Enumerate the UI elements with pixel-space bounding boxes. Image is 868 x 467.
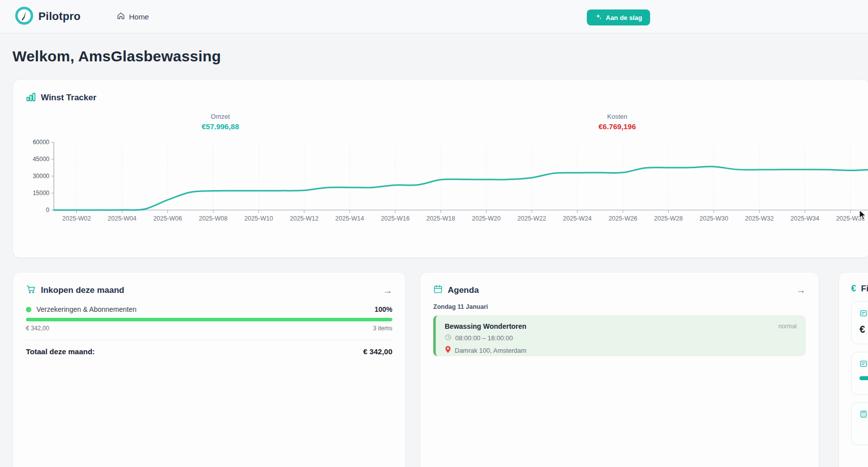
agenda-arrow-icon[interactable]: → [796, 285, 806, 295]
inkopen-title: Inkopen deze maand [41, 285, 124, 295]
svg-text:2025-W22: 2025-W22 [518, 215, 546, 222]
nav-home[interactable]: Home [117, 11, 149, 21]
omzet-label: Omzet [166, 113, 275, 120]
svg-text:2025-W02: 2025-W02 [62, 215, 91, 222]
inkopen-item-amount: € 342,00 [26, 325, 49, 332]
svg-text:2025-W06: 2025-W06 [153, 215, 182, 222]
euro-icon: € [851, 283, 856, 294]
svg-text:2025-W26: 2025-W26 [608, 215, 637, 222]
financien-subcard-2-progress [860, 376, 868, 380]
event-title: Bewassing Wondertoren [445, 322, 526, 330]
svg-text:2025-W12: 2025-W12 [290, 215, 319, 222]
app-header: Pilotpro Home Aan de slag [0, 0, 868, 33]
svg-text:2025-W32: 2025-W32 [745, 215, 774, 222]
inkopen-progress-track [26, 318, 392, 321]
home-icon [117, 11, 125, 21]
svg-text:30000: 30000 [33, 173, 50, 180]
svg-text:2025-W10: 2025-W10 [244, 215, 273, 222]
page-title: Welkom, AmsGlasbewassing [12, 48, 221, 65]
event-time: 08:00:00 – 16:00:00 [455, 334, 513, 342]
svg-text:2025-W14: 2025-W14 [336, 215, 364, 222]
divider [26, 340, 392, 340]
financien-subcard-2[interactable]: Bet [851, 352, 868, 395]
svg-text:60000: 60000 [33, 139, 50, 146]
calendar-icon [433, 284, 443, 296]
brand-name: Pilotpro [38, 10, 81, 23]
svg-text:45000: 45000 [33, 156, 50, 163]
svg-text:2025-W28: 2025-W28 [654, 215, 683, 222]
inkopen-card: Inkopen deze maand → Verzekeringen & Abo… [12, 272, 406, 467]
svg-text:2025-W18: 2025-W18 [426, 215, 455, 222]
agenda-card: Agenda → Zondag 11 Januari Bewassing Won… [420, 272, 819, 467]
inkopen-item-count: 3 items [373, 325, 392, 332]
financien-title: Fina [861, 284, 868, 294]
note-icon [860, 309, 868, 319]
financien-subcard-3[interactable]: Ne [851, 402, 868, 445]
svg-text:0: 0 [46, 207, 49, 214]
svg-text:2025-W08: 2025-W08 [199, 215, 228, 222]
bar-chart-icon [26, 92, 36, 104]
svg-text:2025-W16: 2025-W16 [381, 215, 410, 222]
aan-de-slag-button[interactable]: Aan de slag [587, 9, 650, 25]
aan-de-slag-label: Aan de slag [606, 14, 642, 21]
card-icon [860, 360, 868, 369]
winst-line-chart[interactable]: 2025-W022025-W042025-W062025-W082025-W10… [13, 130, 868, 237]
financien-subcard-1[interactable]: Op € 19. [851, 301, 868, 344]
inkopen-total-label: Totaal deze maand: [26, 347, 95, 356]
svg-text:2025-W20: 2025-W20 [472, 215, 501, 222]
mouse-cursor [859, 210, 868, 223]
svg-text:2025-W24: 2025-W24 [563, 215, 592, 222]
svg-text:2025-W34: 2025-W34 [791, 215, 820, 222]
omzet-stat: Omzet €57.996,88 [166, 113, 275, 131]
category-dot-icon [26, 307, 31, 312]
sparkles-icon [595, 13, 602, 22]
svg-text:15000: 15000 [33, 190, 50, 197]
agenda-title: Agenda [448, 285, 479, 295]
brand[interactable]: Pilotpro [15, 6, 81, 27]
financien-card: € Fina Op € 19. Bet [839, 272, 868, 467]
nav-home-label: Home [129, 12, 149, 21]
winst-tracker-title: Winst Tracker [41, 93, 96, 103]
inkopen-progress-fill [26, 318, 392, 321]
inkopen-item-name: Verzekeringen & Abonnementen [36, 305, 137, 313]
calculator-icon [860, 410, 868, 420]
svg-text:2025-W30: 2025-W30 [699, 215, 728, 222]
kosten-stat: Kosten €6.769,196 [562, 113, 672, 131]
pilotpro-logo-icon [15, 6, 33, 27]
inkopen-item-row: Verzekeringen & Abonnementen 100% [26, 305, 392, 313]
agenda-event-card[interactable]: Bewassing Wondertoren normal 08:00:00 – … [433, 315, 806, 356]
agenda-date: Zondag 11 Januari [433, 303, 806, 310]
event-priority-badge: normal [778, 323, 797, 330]
clock-icon [445, 334, 452, 342]
kosten-label: Kosten [562, 113, 672, 120]
financien-subcard-1-value: € 19. [860, 324, 868, 335]
cart-icon [26, 284, 36, 296]
inkopen-arrow-icon[interactable]: → [383, 286, 392, 295]
inkopen-total-value: € 342,00 [363, 347, 392, 356]
map-pin-icon [445, 346, 451, 355]
inkopen-item-percent: 100% [374, 305, 392, 313]
winst-tracker-card: Winst Tracker Omzet €57.996,88 Kosten €6… [12, 79, 868, 258]
svg-text:2025-W04: 2025-W04 [108, 215, 137, 222]
event-location: Damrak 100, Amsterdam [455, 347, 526, 354]
